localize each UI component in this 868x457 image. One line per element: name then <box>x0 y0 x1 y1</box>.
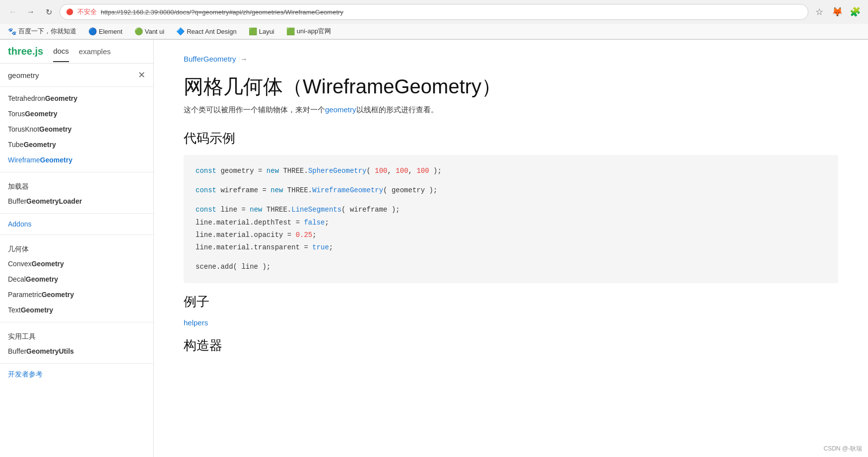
sidebar-item-text[interactable]: TextGeometry <box>0 303 153 318</box>
item-plain: Buffer <box>8 197 26 205</box>
cp15: ; <box>329 243 333 251</box>
sidebar-close-button[interactable]: ✕ <box>138 70 145 80</box>
browser-icons: ☆ 🦊 🧩 <box>812 5 862 19</box>
sidebar-item-buffer-loader[interactable]: BufferGeometryLoader <box>0 194 153 209</box>
kw6: new <box>250 206 267 214</box>
lock-icon: 🔴 <box>66 8 73 15</box>
cn4: 0.25 <box>296 231 313 239</box>
page-subtitle: 这个类可以被用作一个辅助物体，来对一个geometry以线框的形式进行查看。 <box>184 105 838 115</box>
address-bar[interactable]: 🔴 不安全 https://192.168.2.39:8080/docs/?q=… <box>60 4 808 20</box>
breadcrumb-link[interactable]: BufferGeometry <box>184 55 236 63</box>
tab-docs[interactable]: docs <box>53 47 69 62</box>
cn1: 100 <box>375 167 387 175</box>
cb1: false <box>304 219 325 227</box>
code-block: const geometry = new THREE.SphereGeometr… <box>184 155 838 283</box>
cp10: line.material.depthTest = <box>196 219 304 227</box>
cp5: ); <box>429 167 442 175</box>
item-bold: GeometryLoader <box>26 197 82 205</box>
sidebar-item-decal[interactable]: DecalGeometry <box>0 272 153 287</box>
item-bold: Geometry <box>39 125 71 133</box>
sidebar-item-convex[interactable]: ConvexGeometry <box>0 256 153 272</box>
sidebar-item-tetrahedron[interactable]: TetrahedronGeometry <box>0 91 153 106</box>
bookmark-baidu-label: 百度一下，你就知道 <box>18 27 76 36</box>
cv3: line = <box>220 206 250 214</box>
item-plain: Wireframe <box>8 156 40 164</box>
item-bold: Geometry <box>25 110 57 118</box>
cp13: ; <box>312 231 316 239</box>
breadcrumb: BufferGeometry → <box>184 55 838 63</box>
sidebar-section-utils: 实用工具 <box>0 326 153 344</box>
item-bold: Geometry <box>42 291 74 299</box>
code-empty-2 <box>196 197 826 204</box>
sidebar-list: TetrahedronGeometry TorusGeometry TorusK… <box>0 87 153 385</box>
forward-button[interactable]: → <box>24 5 38 19</box>
cp8: THREE. <box>267 206 291 214</box>
sidebar-item-wireframe[interactable]: WireframeGeometry <box>0 152 153 168</box>
item-plain: Tube <box>8 141 23 149</box>
bookmark-layui[interactable]: 🟩 Layui <box>247 26 276 36</box>
item-plain: Tetrahedron <box>8 94 45 102</box>
tab-examples[interactable]: examples <box>79 47 111 62</box>
sidebar-section-addons[interactable]: Addons <box>0 218 153 230</box>
cc1: SphereGeometry <box>308 167 367 175</box>
profile-button[interactable]: 🦊 <box>830 5 844 19</box>
code-line-1: const geometry = new THREE.SphereGeometr… <box>196 165 826 177</box>
bookmark-baidu[interactable]: 🐾 百度一下，你就知道 <box>6 26 78 37</box>
cp2: ( <box>367 167 375 175</box>
sidebar-item-torusknot[interactable]: TorusKnotGeometry <box>0 122 153 137</box>
cp12: line.material.opacity = <box>196 231 296 239</box>
item-bold: Geometry <box>26 275 58 283</box>
cp7: ( geometry ); <box>383 186 437 194</box>
brand-logo[interactable]: three.js <box>8 46 43 63</box>
extension-button[interactable]: 🧩 <box>848 5 862 19</box>
examples-link[interactable]: helpers <box>184 318 838 327</box>
item-plain: Parametric <box>8 291 42 299</box>
sidebar-divider-3 <box>0 234 153 235</box>
cp9: ( wireframe ); <box>341 206 400 214</box>
bookmark-uniapp[interactable]: 🟩 uni-app官网 <box>284 26 333 37</box>
cp6: THREE. <box>287 186 312 194</box>
reload-button[interactable]: ↻ <box>42 5 56 19</box>
item-bold: Geometry <box>31 260 64 268</box>
sidebar-divider-1 <box>0 172 153 172</box>
app-body: three.js docs examples geometry ✕ Tetrah… <box>0 40 868 457</box>
item-plain: Convex <box>8 260 31 268</box>
main-content: BufferGeometry → 网格几何体（WireframeGeometry… <box>154 40 868 457</box>
bookmark-react-ant[interactable]: 🔷 React Ant Design <box>174 26 238 36</box>
cc2: WireframeGeometry <box>312 186 383 194</box>
baidu-icon: 🐾 <box>8 27 16 35</box>
sidebar-item-torus[interactable]: TorusGeometry <box>0 106 153 122</box>
bookmark-button[interactable]: ☆ <box>812 5 826 19</box>
sidebar-item-parametric[interactable]: ParametricGeometry <box>0 287 153 303</box>
breadcrumb-arrow: → <box>240 55 248 63</box>
cb2: true <box>312 243 329 251</box>
cp11: ; <box>325 219 329 227</box>
bookmark-layui-label: Layui <box>259 28 274 35</box>
item-plain: Decal <box>8 275 26 283</box>
sidebar-divider-4 <box>0 322 153 322</box>
cp1: THREE. <box>283 167 308 175</box>
sidebar-divider-5 <box>0 363 153 364</box>
sidebar-list-wrapper: TetrahedronGeometry TorusGeometry TorusK… <box>0 87 153 457</box>
subtitle-before: 这个类可以被用作一个辅助物体，来对一个 <box>184 105 325 114</box>
section-constructor-title: 构造器 <box>184 337 838 354</box>
item-plain: Buffer <box>8 347 26 355</box>
sidebar-item-buffer-utils[interactable]: BufferGeometryUtils <box>0 344 153 359</box>
uniapp-icon: 🟩 <box>286 27 295 35</box>
sidebar-divider-2 <box>0 213 153 214</box>
code-line-5: line.material.opacity = 0.25; <box>196 229 826 241</box>
bookmark-vant[interactable]: 🟢 Vant ui <box>133 26 167 36</box>
bookmark-react-ant-label: React Ant Design <box>187 28 236 35</box>
subtitle-link[interactable]: geometry <box>325 105 356 114</box>
subtitle-after: 以线框的形式进行查看。 <box>356 105 438 114</box>
cp16: scene.add( line ); <box>196 263 270 271</box>
cv2: wireframe = <box>220 186 270 194</box>
back-button[interactable]: ← <box>6 5 20 19</box>
cn3: 100 <box>416 167 429 175</box>
code-empty-3 <box>196 254 826 261</box>
sidebar-item-tube[interactable]: TubeGeometry <box>0 137 153 152</box>
bookmark-element[interactable]: 🔵 Element <box>86 26 125 36</box>
item-plain: Text <box>8 306 21 314</box>
sidebar-section-dev[interactable]: 开发者参考 <box>0 368 153 381</box>
code-line-6: line.material.transparent = true; <box>196 241 826 254</box>
